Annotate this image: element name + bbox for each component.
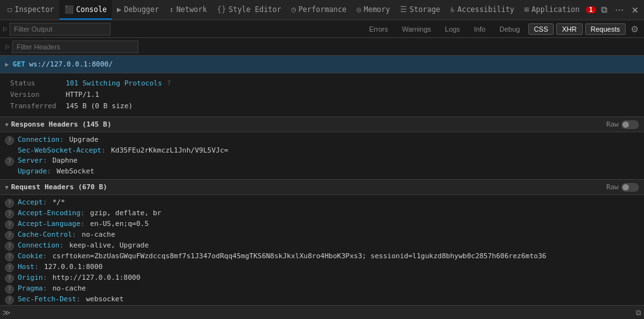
filter-info-button[interactable]: Info (468, 23, 491, 35)
request-headers-raw-toggle: Raw (606, 183, 639, 192)
question-icon[interactable]: ? (5, 285, 14, 294)
filter-logs-button[interactable]: Logs (439, 23, 466, 35)
question-icon[interactable]: ? (5, 199, 14, 208)
tab-debugger[interactable]: ▶ Debugger (112, 0, 164, 20)
request-header-cookie: ? Cookie: csrftoken=ZbzUasGWquFWzdccqs8m… (0, 251, 644, 262)
status-row: Status 101 Switching Protocols ? (10, 77, 634, 89)
question-icon[interactable]: ? (5, 157, 14, 166)
tab-inspector[interactable]: ◻ Inspector (3, 0, 59, 20)
expand-triangle-icon: ▶ (5, 61, 9, 68)
request-header-host: ? Host: 127.0.0.1:8000 (0, 262, 644, 273)
more-button[interactable]: ⋯ (612, 4, 626, 16)
response-raw-switch[interactable] (621, 120, 639, 129)
response-headers-chevron-icon[interactable]: ▼ (5, 122, 8, 128)
multiwindow-button[interactable]: ⧉ (598, 3, 610, 16)
response-raw-label: Raw (606, 120, 619, 128)
filter-settings-button[interactable]: ⚙ (628, 24, 641, 34)
style-editor-icon: {} (217, 5, 226, 14)
inspector-icon: ◻ (8, 5, 12, 14)
tab-memory[interactable]: ◎ Memory (351, 0, 395, 20)
error-badge: 1 (586, 6, 596, 13)
question-icon[interactable]: ? (5, 263, 14, 272)
tab-application[interactable]: ⊞ Application (519, 0, 585, 20)
split-pane-icon[interactable]: ⧉ (636, 308, 641, 317)
request-headers-section: ▼ Request Headers (670 B) Raw (0, 180, 644, 195)
tab-accessibility-label: Accessibility (458, 5, 514, 14)
network-icon: ↕ (169, 5, 174, 14)
transferred-row: Transferred 145 B (0 B size) (10, 100, 634, 111)
question-icon[interactable]: ? (5, 231, 14, 240)
request-row[interactable]: ▶ GET ws://127.0.0.1:8000/ (0, 56, 644, 73)
tab-application-label: Application (532, 5, 580, 14)
request-raw-switch[interactable] (621, 183, 639, 192)
toolbar-right-actions: 1 ⧉ ⋯ ✕ (586, 3, 641, 16)
transferred-value: 145 B (0 B size) (66, 102, 133, 110)
question-icon[interactable]: ? (5, 296, 14, 304)
request-method: GET (13, 60, 25, 68)
question-icon[interactable]: ? (5, 242, 14, 251)
filter-errors-button[interactable]: Errors (363, 23, 394, 35)
question-icon[interactable]: ? (5, 136, 14, 145)
tab-performance-label: Performance (298, 5, 346, 14)
tab-inspector-label: Inspector (15, 5, 54, 14)
request-headers-chevron-icon[interactable]: ▼ (5, 184, 8, 191)
tab-console[interactable]: ⬛ Console (59, 0, 112, 20)
request-raw-label: Raw (606, 183, 619, 191)
status-value[interactable]: 101 Switching Protocols (66, 79, 162, 87)
question-icon[interactable]: ? (5, 274, 14, 283)
filter-output-input[interactable] (9, 23, 111, 35)
filter-requests-button[interactable]: Requests (585, 23, 626, 35)
bottom-bar: ≫ ⧉ (0, 305, 644, 319)
performance-icon: ◷ (291, 5, 296, 14)
request-headers-title-group: ▼ Request Headers (670 B) (5, 183, 107, 191)
filter-icon: ⚐ (3, 25, 7, 34)
filter-headers-row: ⚐ (0, 38, 644, 56)
close-button[interactable]: ✕ (629, 4, 641, 16)
tab-memory-label: Memory (364, 5, 391, 14)
tab-network[interactable]: ↕ Network (164, 0, 212, 20)
response-headers-raw-toggle: Raw (606, 120, 639, 129)
accessibility-icon: ♿ (451, 5, 455, 14)
version-row: Version HTTP/1.1 (10, 89, 634, 100)
filter-debug-button[interactable]: Debug (494, 23, 525, 35)
request-header-origin: ? Origin: http://127.0.0.1:8000 (0, 273, 644, 284)
filter-css-button[interactable]: CSS (528, 23, 554, 35)
request-url: ws://127.0.0.1:8000/ (29, 60, 112, 68)
transferred-label: Transferred (10, 102, 61, 110)
storage-icon: ☰ (400, 5, 407, 14)
response-header-connection: ? Connection: Upgrade (0, 135, 644, 146)
request-header-accept-language: ? Accept-Language: en-US,en;q=0.5 (0, 219, 644, 230)
tab-storage-label: Storage (410, 5, 440, 14)
filter-headers-input[interactable] (12, 41, 138, 53)
response-header-sec-websocket-accept: Sec-WebSocket-Accept: Kd35FEu2rKkmczL1Jn… (0, 146, 644, 156)
tab-style-editor[interactable]: {} Style Editor (212, 0, 286, 20)
tab-console-label: Console (76, 5, 107, 14)
status-help-icon[interactable]: ? (167, 80, 171, 87)
response-headers-title: Response Headers (145 B) (11, 120, 111, 128)
filter-row: ⚐ Errors Warnings Logs Info Debug CSS XH… (0, 20, 644, 38)
response-headers-section: ▼ Response Headers (145 B) Raw (0, 117, 644, 132)
question-icon[interactable]: ? (5, 210, 14, 218)
filter-headers-icon: ⚐ (5, 42, 9, 51)
version-value: HTTP/1.1 (66, 91, 99, 99)
memory-icon: ◎ (356, 5, 361, 14)
tab-debugger-label: Debugger (124, 5, 159, 14)
status-info-block: Status 101 Switching Protocols ? Version… (0, 73, 644, 117)
question-icon[interactable]: ? (5, 220, 14, 229)
filter-warnings-button[interactable]: Warnings (396, 23, 437, 35)
response-headers-title-group: ▼ Response Headers (145 B) (5, 120, 111, 128)
request-header-connection: ? Connection: keep-alive, Upgrade (0, 241, 644, 251)
expand-icon[interactable]: ≫ (3, 308, 11, 317)
request-header-accept: ? Accept: */* (0, 197, 644, 208)
tab-performance[interactable]: ◷ Performance (286, 0, 351, 20)
question-icon[interactable]: ? (5, 253, 14, 261)
filter-xhr-button[interactable]: XHR (556, 23, 582, 35)
tab-network-label: Network (176, 5, 207, 14)
version-label: Version (10, 91, 61, 99)
response-headers-area: ? Connection: Upgrade Sec-WebSocket-Acce… (0, 132, 644, 180)
request-header-cache-control: ? Cache-Control: no-cache (0, 230, 644, 241)
tab-accessibility[interactable]: ♿ Accessibility (446, 0, 519, 20)
tab-storage[interactable]: ☰ Storage (395, 0, 445, 20)
devtools-toolbar: ◻ Inspector ⬛ Console ▶ Debugger ↕ Netwo… (0, 0, 644, 20)
request-header-sec-fetch-dest: ? Sec-Fetch-Dest: websocket (0, 294, 644, 305)
